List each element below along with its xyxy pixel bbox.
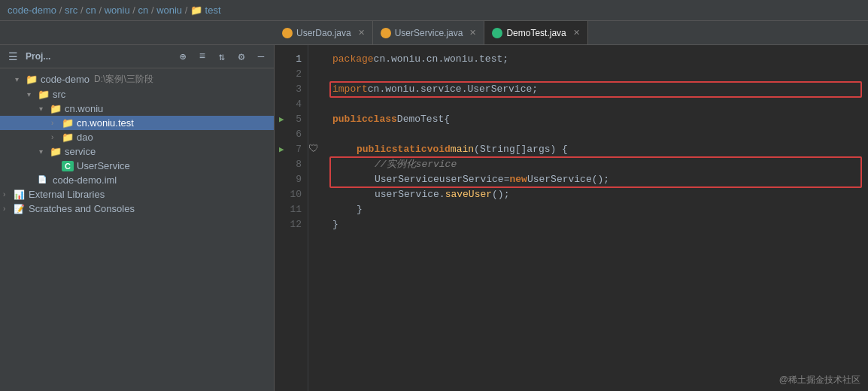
folder-icon-src: 📁 — [38, 89, 50, 100]
tree-item-code-demo[interactable]: 📁 code-demo D:\案例\三阶段 — [0, 71, 274, 87]
code-line-3: import cn.woniu.service.UserService; — [323, 81, 868, 96]
sidebar-btn-minus[interactable]: — — [254, 50, 268, 63]
tree-label-cn-woniu-test: cn.woniu.test — [77, 117, 134, 129]
cls-demotest: DemoTest — [397, 114, 444, 125]
line-num-4: 4 — [275, 96, 308, 111]
line-num-6: 6 — [275, 126, 308, 141]
code-content: package cn.woniu.cn.woniu.test; import c… — [323, 45, 868, 391]
code-line-1: package cn.woniu.cn.woniu.test; — [323, 51, 868, 66]
tab-userdao-close[interactable]: ✕ — [358, 28, 365, 38]
folder-icon-service: 📁 — [50, 146, 62, 157]
tab-userservice-close[interactable]: ✕ — [469, 28, 476, 38]
tree-arrow-service — [39, 147, 50, 156]
brace-open-5: { — [444, 114, 450, 125]
line-num-7: ▶ 7 — [275, 141, 308, 156]
tree-item-cn-woniu[interactable]: 📁 cn.woniu — [0, 102, 274, 116]
gutter-3 — [308, 81, 323, 96]
tree-arrow-src — [27, 90, 38, 99]
file-icon-userservice: C — [62, 161, 74, 171]
code-line-10: userService. saveUser (); — [323, 186, 868, 202]
line-num-3: 3 — [275, 81, 308, 96]
tab-demotest-icon — [492, 28, 502, 38]
paren-open-7: ( — [474, 144, 480, 155]
sidebar-btn-sort[interactable]: ⇅ — [215, 50, 229, 63]
tree-item-dao[interactable]: 📁 dao — [0, 130, 274, 144]
line-num-8: 8 — [275, 156, 308, 171]
code-line-6 — [323, 126, 868, 141]
tree-label-userservice: UserService — [77, 160, 130, 171]
sidebar-btn-list[interactable]: ≡ — [196, 50, 209, 63]
paren-close-7: ) { — [551, 144, 568, 155]
gutter-2 — [308, 66, 323, 81]
gutter-4 — [308, 96, 323, 111]
kw-new: new — [509, 174, 527, 185]
code-line-12: } — [323, 217, 868, 232]
tree-item-cn-woniu-test[interactable]: 📁 cn.woniu.test — [0, 116, 274, 130]
var-userservice: userService — [439, 174, 504, 185]
code-editor[interactable]: 1 2 3 4 ▶ 5 6 ▶ 7 8 9 10 11 12 — [275, 45, 868, 391]
tree-item-scratches[interactable]: 📝 Scratches and Consoles — [0, 202, 274, 216]
call-10: userService. — [375, 189, 445, 200]
folder-icon-dao: 📁 — [62, 132, 74, 143]
tree-item-src[interactable]: 📁 src — [0, 87, 274, 102]
gutter-9 — [308, 171, 323, 186]
line-num-9: 9 — [275, 171, 308, 186]
kw-public-5: public — [332, 114, 368, 125]
tab-demotest[interactable]: DemoTest.java ✕ — [484, 21, 587, 44]
main-layout: ☰ Proj... ⊕ ≡ ⇅ ⚙ — 📁 code-demo D:\案例\三阶… — [0, 45, 868, 391]
kw-class: class — [368, 114, 397, 125]
tree-arrow-dao — [51, 133, 62, 141]
code-line-11: } — [323, 202, 868, 217]
tab-userdao-icon — [282, 28, 293, 38]
tree-item-external-libs[interactable]: 📊 External Libraries — [0, 187, 274, 202]
gutter-icon-7: 🛡 — [308, 143, 319, 155]
line-num-1: 1 — [275, 51, 308, 66]
fn-saveuser: saveUser — [445, 189, 492, 200]
import-path: cn.woniu.service.UserService; — [368, 83, 538, 95]
sidebar-btn-add[interactable]: ⊕ — [176, 50, 190, 63]
tab-demotest-close[interactable]: ✕ — [573, 28, 580, 38]
line-num-11: 11 — [275, 202, 308, 217]
tree-arrow-cn-woniu-test — [51, 119, 62, 127]
kw-void: void — [427, 144, 451, 155]
tab-demotest-label: DemoTest.java — [506, 28, 566, 38]
line-numbers: 1 2 3 4 ▶ 5 6 ▶ 7 8 9 10 11 12 — [275, 45, 308, 391]
tree-arrow-cn-woniu — [39, 105, 50, 113]
tree-label-iml: code-demo.iml — [53, 174, 117, 186]
run-arrow-5: ▶ — [279, 114, 284, 124]
sidebar-title: Proj... — [26, 51, 170, 62]
scratches-icon: 📝 — [14, 204, 26, 214]
tab-userservice-icon — [381, 28, 391, 38]
tree-item-service[interactable]: 📁 service — [0, 144, 274, 159]
gutter: 🛡 — [308, 45, 323, 391]
bracket-7: [] — [515, 144, 527, 155]
tree-item-userservice[interactable]: C UserService — [0, 159, 274, 173]
paren-10: (); — [492, 189, 509, 200]
sidebar: ☰ Proj... ⊕ ≡ ⇅ ⚙ — 📁 code-demo D:\案例\三阶… — [0, 45, 275, 391]
breadcrumb: code-demo / src / cn / woniu / cn / woni… — [8, 5, 221, 16]
brace-close-11: } — [357, 204, 363, 215]
sidebar-header: ☰ Proj... ⊕ ≡ ⇅ ⚙ — — [0, 45, 274, 68]
gutter-8 — [308, 156, 323, 171]
kw-import: import — [332, 83, 368, 95]
tab-bar: UserDao.java ✕ UserService.java ✕ DemoTe… — [0, 21, 868, 45]
tab-userdao[interactable]: UserDao.java ✕ — [275, 21, 373, 44]
code-line-9: UserService userService = new UserServic… — [323, 171, 868, 186]
cls-userservice-type: UserService — [375, 174, 439, 185]
tree-path-code-demo: D:\案例\三阶段 — [94, 73, 153, 86]
sidebar-btn-gear[interactable]: ⚙ — [235, 50, 248, 63]
tree-label-external-libs: External Libraries — [29, 189, 105, 200]
line-num-12: 12 — [275, 217, 308, 232]
tree-arrow-code-demo — [15, 75, 26, 83]
tree-label-src: src — [53, 89, 65, 100]
external-libs-icon: 📊 — [14, 189, 26, 200]
tab-userservice-label: UserService.java — [395, 28, 463, 38]
gutter-5 — [308, 111, 323, 126]
paren-9: (); — [592, 174, 609, 185]
title-bar: code-demo / src / cn / woniu / cn / woni… — [0, 0, 868, 21]
tree-label-service: service — [65, 146, 96, 157]
code-line-7: public static void main ( String [] args… — [323, 141, 868, 156]
folder-icon-cn-woniu-test: 📁 — [62, 117, 74, 129]
tab-userservice[interactable]: UserService.java ✕ — [373, 21, 485, 44]
tree-item-iml[interactable]: code-demo.iml — [0, 173, 274, 187]
